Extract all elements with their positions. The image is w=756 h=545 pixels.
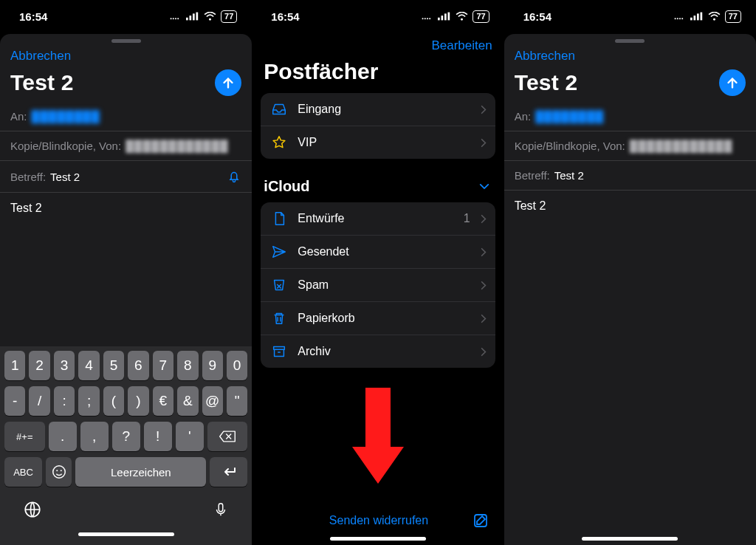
cc-field[interactable]: Kopie/Blindkopie, Von: ████████████ (0, 131, 252, 161)
account-title[interactable]: iCloud (264, 178, 309, 195)
key-0[interactable]: 0 (227, 351, 247, 380)
key-@[interactable]: @ (202, 386, 223, 416)
key-.[interactable]: . (49, 422, 77, 451)
trash-icon (271, 310, 287, 326)
to-field[interactable]: An: ████████ (504, 102, 756, 131)
mailbox-row-archiv[interactable]: Archiv (261, 335, 495, 368)
key-space[interactable]: Leerzeichen (75, 457, 206, 487)
key-4[interactable]: 4 (78, 351, 99, 380)
key-emoji[interactable] (46, 457, 72, 487)
key-/[interactable]: / (29, 386, 49, 416)
mailbox-label: Papierkorb (298, 312, 470, 325)
signal-dots-icon (170, 12, 182, 21)
keyboard: 1234567890 -/:;()€&@" #+= .,?!' ABC Leer… (0, 346, 252, 545)
return-icon (220, 463, 238, 481)
key-,[interactable]: , (80, 422, 109, 451)
sheet-grabber[interactable] (615, 39, 645, 43)
key-:[interactable]: : (54, 386, 75, 416)
to-label: An: (515, 110, 532, 123)
cancel-button[interactable]: Abbrechen (515, 49, 575, 64)
subject-field[interactable]: Betreff: Test 2 (0, 161, 252, 193)
chevron-right-icon (481, 347, 487, 357)
edit-button[interactable]: Bearbeiten (431, 38, 492, 53)
chevron-right-icon (481, 138, 487, 148)
notify-bell-icon[interactable] (227, 169, 241, 184)
mailboxes-top-section: EingangVIP (261, 93, 495, 159)
key-symbols-mode[interactable]: #+= (4, 422, 45, 451)
key-?[interactable]: ? (112, 422, 140, 451)
mailbox-row-spam[interactable]: Spam (261, 268, 495, 301)
key-"[interactable]: " (227, 386, 247, 416)
wifi-icon (456, 12, 468, 21)
key-9[interactable]: 9 (202, 351, 223, 380)
chevron-right-icon (481, 105, 487, 114)
subject-field[interactable]: Betreff: Test 2 (504, 161, 756, 191)
home-indicator[interactable] (582, 537, 678, 541)
mailbox-label: Gesendet (298, 245, 470, 258)
spam-icon (271, 277, 287, 293)
cc-field[interactable]: Kopie/Blindkopie, Von: ████████████ (504, 131, 756, 161)
key-return[interactable] (210, 457, 247, 487)
screen-compose-no-keyboard: 16:54 77 Abbrechen Test 2 An: ████████ K… (504, 0, 756, 545)
key-5[interactable]: 5 (103, 351, 124, 380)
cc-value: ████████████ (126, 140, 229, 152)
status-time: 16:54 (523, 10, 551, 23)
globe-button[interactable] (23, 500, 42, 519)
key-abc-mode[interactable]: ABC (4, 457, 42, 487)
send-button[interactable] (215, 69, 241, 96)
key-backspace[interactable] (207, 422, 248, 451)
mailbox-row-eingang[interactable]: Eingang (261, 93, 495, 126)
battery-indicator: 77 (472, 10, 489, 23)
key-'[interactable]: ' (176, 422, 204, 451)
account-section: Entwürfe1GesendetSpamPapierkorbArchiv (261, 202, 495, 368)
cc-label: Kopie/Blindkopie, Von: (10, 140, 121, 152)
key-3[interactable]: 3 (54, 351, 75, 380)
mailbox-row-papierkorb[interactable]: Papierkorb (261, 301, 495, 335)
key-;[interactable]: ; (78, 386, 99, 416)
mailbox-label: Eingang (298, 103, 470, 116)
compose-title: Test 2 (10, 70, 74, 95)
screen-compose-with-keyboard: 16:54 77 Abbrechen Test 2 An: ████████ K… (0, 0, 252, 545)
status-bar: 16:54 77 (252, 0, 504, 32)
signal-bars-icon (186, 12, 199, 21)
subject-value: Test 2 (50, 171, 80, 183)
sheet-grabber[interactable] (111, 39, 141, 43)
to-value: ████████ (535, 110, 604, 123)
mailbox-row-vip[interactable]: VIP (261, 126, 495, 159)
key-2[interactable]: 2 (29, 351, 49, 380)
cc-label: Kopie/Blindkopie, Von: (515, 140, 625, 152)
to-label: An: (10, 110, 27, 123)
cc-value: ████████████ (630, 140, 733, 152)
key-8[interactable]: 8 (177, 351, 198, 380)
key-1[interactable]: 1 (4, 351, 25, 380)
key-6[interactable]: 6 (128, 351, 148, 380)
mailbox-row-entwürfe[interactable]: Entwürfe1 (261, 202, 495, 235)
signal-bars-icon (438, 12, 451, 21)
to-value: ████████ (32, 110, 100, 123)
chevron-right-icon (481, 247, 487, 257)
key-7[interactable]: 7 (153, 351, 173, 380)
home-indicator[interactable] (78, 532, 174, 536)
compose-title: Test 2 (515, 70, 578, 95)
compose-body[interactable]: Test 2 (0, 193, 252, 346)
undo-send-button[interactable]: Senden widerrufen (286, 514, 471, 527)
emoji-icon (51, 464, 67, 480)
mailbox-row-gesendet[interactable]: Gesendet (261, 235, 495, 268)
key-![interactable]: ! (144, 422, 172, 451)
signal-dots-icon (674, 12, 686, 21)
compose-button[interactable] (472, 512, 489, 529)
key--[interactable]: - (4, 386, 25, 416)
home-indicator[interactable] (330, 537, 426, 541)
key-([interactable]: ( (103, 386, 124, 416)
compose-body[interactable]: Test 2 (504, 191, 756, 371)
key-€[interactable]: € (153, 386, 173, 416)
status-bar: 16:54 77 (0, 0, 252, 32)
subject-label: Betreff: (10, 171, 46, 183)
dictate-button[interactable] (213, 500, 229, 519)
to-field[interactable]: An: ████████ (0, 102, 252, 131)
send-button[interactable] (719, 69, 746, 96)
cancel-button[interactable]: Abbrechen (10, 49, 71, 64)
chevron-down-icon (479, 183, 489, 190)
key-&[interactable]: & (177, 386, 198, 416)
key-)[interactable]: ) (128, 386, 148, 416)
